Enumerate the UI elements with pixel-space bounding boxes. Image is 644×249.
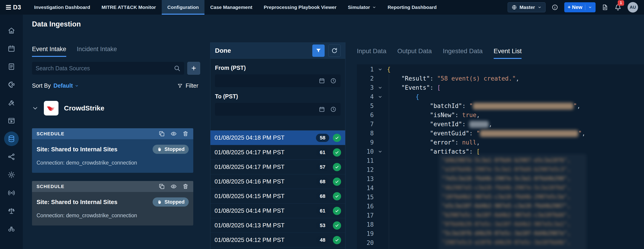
code-text	[385, 229, 387, 238]
sort-dropdown[interactable]: Default	[54, 82, 79, 89]
sidebar	[0, 14, 23, 249]
add-data-source-button[interactable]: +	[187, 62, 200, 75]
info-icon[interactable]	[552, 4, 558, 11]
tab-event-list[interactable]: Event List	[494, 47, 522, 59]
to-label: To (PST)	[215, 93, 340, 100]
sidebar-item-integrations[interactable]	[0, 75, 23, 94]
fold-chevron-icon[interactable]	[375, 65, 385, 74]
done-title: Done	[215, 47, 231, 54]
fold-chevron-icon[interactable]	[375, 147, 385, 156]
connections-icon	[4, 150, 19, 164]
line-number: 7	[357, 120, 375, 129]
event-count-badge: 57	[316, 163, 329, 171]
sidebar-item-webhook[interactable]	[0, 184, 23, 202]
from-date-input[interactable]	[215, 74, 340, 87]
event-count-badge: 48	[316, 236, 329, 244]
tab-input-data[interactable]: Input Data	[357, 47, 386, 59]
data-source-crowdstrike[interactable]: CrowdStrike	[32, 101, 200, 115]
sidebar-item-hunt[interactable]	[0, 220, 23, 238]
sort-by-label: Sort By	[32, 82, 51, 89]
clock-icon[interactable]	[330, 106, 336, 113]
avatar[interactable]: AU	[628, 2, 638, 12]
copy-icon[interactable]	[158, 131, 165, 137]
nav-investigation-dashboard[interactable]: Investigation Dashboard	[28, 0, 96, 14]
topbar-right: Master + New 1 AU	[508, 2, 638, 12]
sidebar-item-report[interactable]	[0, 57, 23, 75]
notification-badge: 1	[618, 0, 624, 6]
success-check-icon	[333, 148, 341, 157]
done-batch-row[interactable]: 01/08/2025 04:17 PM PST61	[210, 145, 345, 160]
tab-incident-intake[interactable]: Incident Intake	[77, 46, 117, 57]
sidebar-item-utilities[interactable]	[0, 94, 23, 112]
collapse-chevron-icon[interactable]	[32, 105, 38, 111]
done-batch-row[interactable]: 01/08/2025 04:12 PM PST48	[210, 233, 345, 248]
fold-chevron-icon[interactable]	[375, 92, 385, 101]
site-label: Site: Shared to Internal Sites	[36, 199, 118, 206]
done-batch-row[interactable]: 01/08/2025 04:15 PM PST68	[210, 189, 345, 204]
done-panel: Done From (PST)	[210, 42, 346, 249]
done-filter-button[interactable]	[312, 44, 325, 57]
code-text	[385, 184, 387, 193]
playbook-icon	[4, 113, 19, 128]
sidebar-item-connections[interactable]	[0, 148, 23, 166]
event-tabs: Input DataOutput DataIngested DataEvent …	[357, 47, 644, 59]
document-icon[interactable]	[602, 4, 608, 11]
sidebar-item-scale[interactable]	[0, 202, 23, 220]
calendar-icon[interactable]	[319, 106, 325, 113]
scale-icon	[4, 204, 19, 218]
fold-spacer	[375, 120, 385, 129]
tab-ingested-data[interactable]: Ingested Data	[443, 47, 482, 59]
search-icon[interactable]	[174, 65, 180, 72]
data-source-name: CrowdStrike	[64, 104, 104, 112]
code-text: {	[385, 92, 419, 101]
code-text: "eventId": ,	[385, 120, 492, 129]
done-batch-row[interactable]: 01/08/2025 04:13 PM PST53	[210, 218, 345, 233]
calendar-icon[interactable]	[319, 78, 325, 84]
master-selector[interactable]: Master	[508, 2, 546, 12]
eye-icon[interactable]	[170, 131, 177, 137]
refresh-button[interactable]	[328, 44, 340, 57]
eye-icon[interactable]	[170, 183, 177, 190]
d3-logo-bars-icon	[6, 5, 11, 9]
tab-event-intake[interactable]: Event Intake	[32, 46, 66, 57]
sidebar-item-calendar[interactable]	[0, 39, 23, 57]
sidebar-item-data-ingestion[interactable]	[0, 130, 23, 148]
code-text: "batchId": "",	[385, 101, 580, 110]
nav-reporting-dashboard[interactable]: Reporting Dashboard	[382, 0, 442, 14]
copy-icon[interactable]	[158, 183, 165, 190]
line-number: 10	[357, 147, 375, 156]
to-date-input[interactable]	[215, 103, 340, 116]
done-batch-row[interactable]: 01/08/2025 04:16 PM PST68	[210, 174, 345, 189]
sidebar-item-playbook[interactable]	[0, 112, 23, 130]
line-number: 18	[357, 220, 375, 229]
done-header: Done	[210, 43, 345, 59]
search-input[interactable]	[36, 65, 171, 72]
trash-icon[interactable]	[182, 183, 189, 190]
nav-preprocessing-playbook-viewer[interactable]: Preprocessing Playbook Viewer	[258, 0, 342, 14]
nav-simulator[interactable]: Simulator	[342, 0, 382, 14]
nav-case-management[interactable]: Case Management	[204, 0, 258, 14]
clock-icon[interactable]	[330, 78, 336, 84]
fold-chevron-icon[interactable]	[375, 83, 385, 92]
notifications-bell[interactable]: 1	[614, 4, 622, 11]
d3-logo-text: D3	[13, 4, 21, 11]
nav-configuration[interactable]: Configuration	[162, 0, 205, 14]
done-batch-row[interactable]: 01/08/2025 04:17 PM PST57	[210, 160, 345, 174]
refresh-icon	[331, 47, 338, 54]
done-batch-list: 01/08/2025 04:18 PM PST5801/08/2025 04:1…	[210, 130, 345, 249]
new-button[interactable]: + New	[564, 2, 596, 12]
sidebar-item-home[interactable]	[0, 21, 23, 39]
filter-button[interactable]: Filter	[177, 82, 198, 89]
done-batch-row[interactable]: 01/08/2025 04:18 PM PST58	[210, 131, 345, 145]
schedule-card[interactable]: SCHEDULESite: Shared to Internal SitesSt…	[32, 128, 193, 173]
nav-mitre-att-ck-monitor[interactable]: MITRE ATT&CK Monitor	[96, 0, 162, 14]
sidebar-item-settings[interactable]	[0, 166, 23, 184]
schedule-card[interactable]: SCHEDULESite: Shared to Internal SitesSt…	[32, 181, 193, 226]
d3-logo[interactable]: D3	[6, 4, 21, 11]
done-batch-row[interactable]: 01/08/2025 04:14 PM PST61	[210, 204, 345, 218]
nav-label: Case Management	[210, 4, 252, 10]
schedule-label: SCHEDULE	[36, 131, 64, 136]
trash-icon[interactable]	[182, 131, 189, 137]
tab-output-data[interactable]: Output Data	[397, 47, 432, 59]
schedule-card-body: Site: Shared to Internal SitesStoppedCon…	[32, 192, 193, 226]
